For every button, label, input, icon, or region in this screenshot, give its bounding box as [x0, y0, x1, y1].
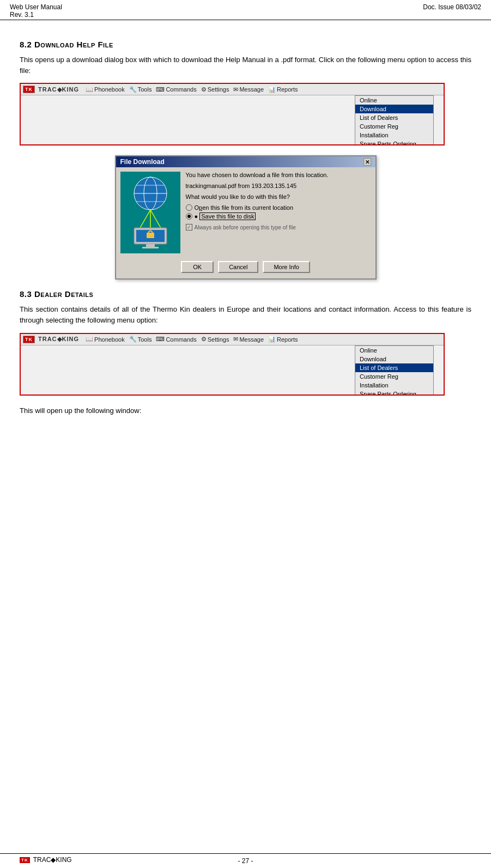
- logo-box-2: TK: [23, 336, 35, 343]
- section-8-3-para1: This section contains details of all of …: [20, 304, 471, 326]
- commands-icon-1: ⌨: [156, 86, 165, 93]
- menu-message-1[interactable]: ✉ Message: [233, 86, 264, 93]
- app-name-1: TRAC◆KING: [38, 86, 79, 93]
- dropdown-customer-reg-1[interactable]: Customer Reg: [355, 122, 433, 131]
- menu-bar-2: TK TRAC◆KING 📖 Phonebook 🔧 Tools ⌨ Comma…: [21, 334, 444, 345]
- fd-image: [120, 172, 180, 253]
- section-8-2-title: 8.2 Download Help File: [20, 40, 471, 49]
- settings-icon-2: ⚙: [201, 336, 207, 343]
- fd-checkbox[interactable]: ✓: [186, 224, 192, 230]
- fd-text1: You have chosen to download a file from …: [186, 172, 371, 178]
- fd-radio-save-label: ● Save this file to disk: [195, 213, 256, 220]
- footer-app-name: TRAC◆KING: [33, 856, 72, 864]
- menu-bar-1: TK TRAC◆KING 📖 Phonebook 🔧 Tools ⌨ Comma…: [21, 84, 444, 95]
- logo-box-1: TK: [23, 86, 35, 93]
- commands-icon-2: ⌨: [156, 336, 165, 343]
- dropdown-download-1[interactable]: Download: [355, 105, 433, 113]
- svg-rect-11: [142, 247, 159, 248]
- fd-image-svg: [123, 174, 178, 251]
- fd-radio-open[interactable]: Open this file from its current location: [186, 204, 371, 211]
- fd-title-text: File Download: [120, 158, 165, 166]
- menu-settings-1[interactable]: ⚙ Settings: [201, 86, 229, 93]
- menu-reports-1[interactable]: 📊 Reports: [268, 86, 298, 93]
- dropdown-online-1[interactable]: Online: [355, 96, 433, 105]
- menu-message-2[interactable]: ✉ Message: [233, 336, 264, 343]
- fd-close-button[interactable]: ✕: [363, 158, 371, 166]
- dropdown-list-dealers-2[interactable]: List of Dealers: [355, 363, 433, 372]
- dropdown-area-1: Online Download List of Dealers Customer…: [21, 95, 444, 144]
- menu-commands-2[interactable]: ⌨ Commands: [156, 336, 196, 343]
- menu-settings-2[interactable]: ⚙ Settings: [201, 336, 229, 343]
- page-header: Web User Manual Rev. 3.1 Doc. Issue 08/0…: [0, 0, 491, 20]
- menu-tools-2[interactable]: 🔧 Tools: [129, 336, 152, 343]
- tools-icon-1: 🔧: [129, 86, 137, 93]
- message-icon-1: ✉: [233, 86, 238, 93]
- phonebook-icon-1: 📖: [86, 86, 93, 93]
- dropdown-online-2[interactable]: Online: [355, 346, 433, 355]
- reports-icon-1: 📊: [268, 86, 276, 93]
- app-name-2: TRAC◆KING: [38, 336, 79, 343]
- menu-commands-1[interactable]: ⌨ Commands: [156, 86, 196, 93]
- radio-open-dot[interactable]: [186, 204, 192, 211]
- fd-checkbox-label: Always ask before opening this type of f…: [195, 224, 296, 230]
- header-left: Web User Manual Rev. 3.1: [10, 3, 62, 19]
- header-right: Doc. Issue 08/03/02: [423, 3, 481, 11]
- menu-screenshot-1: TK TRAC◆KING 📖 Phonebook 🔧 Tools ⌨ Comma…: [20, 83, 445, 145]
- fd-radio-save[interactable]: ● Save this file to disk: [186, 213, 371, 220]
- menu-screenshot-2: TK TRAC◆KING 📖 Phonebook 🔧 Tools ⌨ Comma…: [20, 333, 445, 396]
- svg-rect-12: [147, 233, 154, 238]
- fd-cancel-button[interactable]: Cancel: [218, 261, 258, 273]
- menu-phonebook-2[interactable]: 📖 Phonebook: [86, 336, 125, 343]
- fd-radio-group: Open this file from its current location…: [186, 204, 371, 220]
- phonebook-icon-2: 📖: [86, 336, 93, 343]
- message-icon-2: ✉: [233, 336, 238, 343]
- dropdown-menu-2: Online Download List of Dealers Customer…: [355, 345, 434, 396]
- section-8-3-para2: This will open up the following window:: [20, 405, 471, 416]
- dropdown-list-dealers-1[interactable]: List of Dealers: [355, 113, 433, 122]
- dropdown-area-2: Online Download List of Dealers Customer…: [21, 345, 444, 394]
- file-download-dialog: File Download ✕: [115, 155, 377, 280]
- page-footer: TK TRAC◆KING - 27 -: [0, 853, 491, 868]
- menu-tools-1[interactable]: 🔧 Tools: [129, 86, 152, 93]
- dropdown-spare-parts-1[interactable]: Spare Parts Ordering: [355, 139, 433, 145]
- radio-save-dot[interactable]: [186, 213, 192, 220]
- footer-logo-box: TK: [20, 857, 30, 863]
- section-8-2-para1: This opens up a download dialog box with…: [20, 54, 471, 76]
- fd-text2: trackingmanual.pdf from 193.203.135.145: [186, 183, 371, 189]
- dropdown-download-2[interactable]: Download: [355, 355, 433, 363]
- section-8-3-title: 8.3 Dealer Details: [20, 289, 471, 299]
- dropdown-installation-2[interactable]: Installation: [355, 381, 433, 390]
- fd-question: What would you like to do with this file…: [186, 193, 371, 200]
- fd-text-area: You have chosen to download a file from …: [186, 172, 371, 253]
- fd-buttons: OK Cancel More Info: [116, 258, 375, 278]
- dropdown-installation-1[interactable]: Installation: [355, 131, 433, 139]
- fd-body: You have chosen to download a file from …: [116, 167, 375, 258]
- dropdown-spare-parts-2[interactable]: Spare Parts Ordering: [355, 390, 433, 396]
- tools-icon-2: 🔧: [129, 336, 137, 343]
- dropdown-customer-reg-2[interactable]: Customer Reg: [355, 372, 433, 381]
- fd-radio-open-label: Open this file from its current location: [195, 204, 294, 211]
- fd-ok-button[interactable]: OK: [181, 261, 214, 273]
- page-number: - 27 -: [238, 857, 253, 865]
- revision: Rev. 3.1: [10, 11, 62, 19]
- fd-title-bar: File Download ✕: [116, 156, 375, 167]
- fd-more-info-button[interactable]: More Info: [263, 261, 310, 273]
- settings-icon-1: ⚙: [201, 86, 207, 93]
- svg-line-5: [140, 210, 150, 229]
- menu-phonebook-1[interactable]: 📖 Phonebook: [86, 86, 125, 93]
- fd-checkbox-row[interactable]: ✓ Always ask before opening this type of…: [186, 224, 371, 230]
- menu-reports-2[interactable]: 📊 Reports: [268, 336, 298, 343]
- dropdown-menu-1: Online Download List of Dealers Customer…: [355, 95, 434, 145]
- manual-title: Web User Manual: [10, 3, 62, 11]
- svg-rect-10: [146, 244, 155, 247]
- svg-line-7: [150, 210, 161, 229]
- reports-icon-2: 📊: [268, 336, 276, 343]
